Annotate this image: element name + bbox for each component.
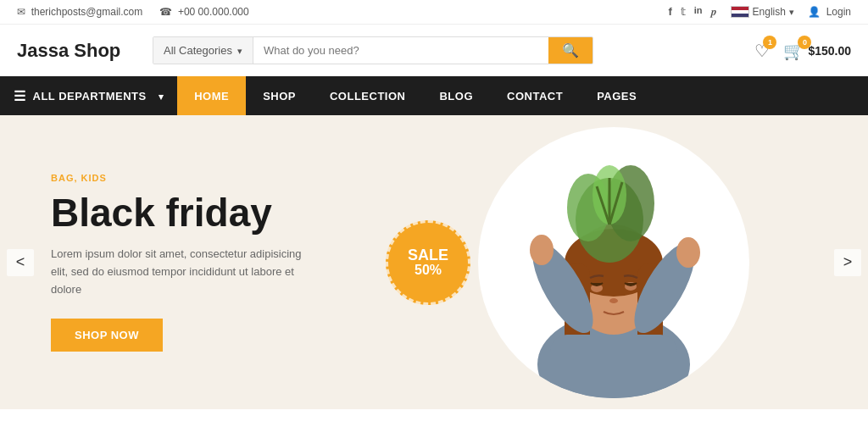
linkedin-icon[interactable]: in [694, 5, 703, 19]
social-icons: f 𝕥 in 𝒑 [668, 5, 716, 19]
header: Jassa Shop All Categories 🔍 ♡ 1 🛒 0 $150… [0, 25, 868, 76]
nav-blog-label: BLOG [439, 90, 473, 103]
category-chevron [237, 44, 242, 57]
twitter-icon[interactable]: 𝕥 [681, 5, 686, 19]
hero-description: Lorem ipsum dolor sit amet, consectetur … [51, 246, 305, 298]
facebook-icon[interactable]: f [668, 5, 671, 19]
nav-item-home[interactable]: HOME [177, 76, 246, 115]
prev-arrow-icon: < [16, 253, 25, 271]
search-button[interactable]: 🔍 [548, 37, 593, 64]
search-input[interactable] [253, 37, 548, 64]
hero-image-area [410, 115, 817, 409]
category-dropdown[interactable]: All Categories [153, 37, 253, 64]
svg-point-19 [609, 298, 618, 303]
phone-text: +00 00.000.000 [178, 6, 249, 18]
category-label: All Categories [164, 44, 232, 57]
nav-shop-label: SHOP [263, 90, 296, 103]
hero-image-svg [478, 127, 749, 398]
menu-icon: ☰ [14, 88, 26, 104]
flag-icon [731, 6, 749, 18]
top-bar-right: f 𝕥 in 𝒑 English 👤 Login [668, 5, 851, 19]
user-icon: 👤 [808, 6, 821, 18]
language-chevron [789, 6, 794, 18]
nav-item-pages[interactable]: PAGES [580, 76, 654, 115]
sale-badge: SALE 50% [386, 220, 470, 305]
nav-items: HOME SHOP COLLECTION BLOG CONTACT PAGES [177, 76, 868, 115]
sale-percent: 50% [415, 263, 442, 278]
language-label: English [753, 6, 786, 18]
svg-point-8 [530, 235, 554, 265]
departments-chevron [159, 90, 164, 103]
svg-point-9 [676, 237, 700, 268]
sale-text: SALE [408, 247, 448, 263]
svg-rect-5 [550, 335, 677, 398]
mail-icon [17, 6, 25, 18]
shop-now-button[interactable]: SHOP NOW [51, 319, 163, 352]
prev-slide-button[interactable]: < [7, 249, 34, 276]
search-icon: 🔍 [562, 43, 579, 58]
navbar: ☰ ALL DEPARTMENTS HOME SHOP COLLECTION B… [0, 76, 868, 115]
all-departments-menu[interactable]: ☰ ALL DEPARTMENTS [0, 76, 177, 115]
search-bar: All Categories 🔍 [153, 36, 593, 64]
nav-pages-label: PAGES [597, 90, 637, 103]
wishlist-badge: 1 [763, 36, 776, 49]
nav-home-label: HOME [194, 90, 229, 103]
nav-item-shop[interactable]: SHOP [246, 76, 313, 115]
nav-contact-label: CONTACT [507, 90, 563, 103]
hero-title: Black friday [51, 191, 305, 235]
language-selector[interactable]: English [731, 6, 794, 18]
header-actions: ♡ 1 🛒 0 $150.00 [754, 41, 851, 61]
next-arrow-icon: > [843, 253, 853, 271]
nav-collection-label: COLLECTION [330, 90, 406, 103]
hero-tag: BAG, KIDS [51, 173, 305, 183]
nav-item-contact[interactable]: CONTACT [490, 76, 580, 115]
email-contact: therichposts@gmail.com [17, 6, 142, 18]
pinterest-icon[interactable]: 𝒑 [711, 5, 717, 19]
top-bar-left: therichposts@gmail.com +00 00.000.000 [17, 6, 249, 18]
wishlist-button[interactable]: ♡ 1 [754, 41, 770, 61]
phone-contact: +00 00.000.000 [159, 6, 248, 18]
hero-section: < BAG, KIDS Black friday Lorem ipsum dol… [0, 115, 868, 409]
logo: Jassa Shop [17, 40, 136, 62]
hero-circle [478, 127, 749, 398]
cart-badge: 0 [798, 36, 811, 49]
login-label: Login [826, 6, 851, 18]
cart-icon: 🛒 0 [783, 41, 804, 61]
login-link[interactable]: 👤 Login [808, 6, 851, 18]
lang-login: English 👤 Login [731, 6, 851, 18]
next-slide-button[interactable]: > [834, 249, 861, 276]
phone-icon [159, 6, 172, 18]
cart-button[interactable]: 🛒 0 $150.00 [783, 41, 851, 61]
departments-label: ALL DEPARTMENTS [33, 90, 147, 103]
top-bar: therichposts@gmail.com +00 00.000.000 f … [0, 0, 868, 25]
nav-item-collection[interactable]: COLLECTION [313, 76, 423, 115]
email-text: therichposts@gmail.com [31, 6, 143, 18]
cart-price: $150.00 [808, 44, 851, 58]
nav-item-blog[interactable]: BLOG [422, 76, 490, 115]
hero-content: BAG, KIDS Black friday Lorem ipsum dolor… [0, 173, 356, 352]
